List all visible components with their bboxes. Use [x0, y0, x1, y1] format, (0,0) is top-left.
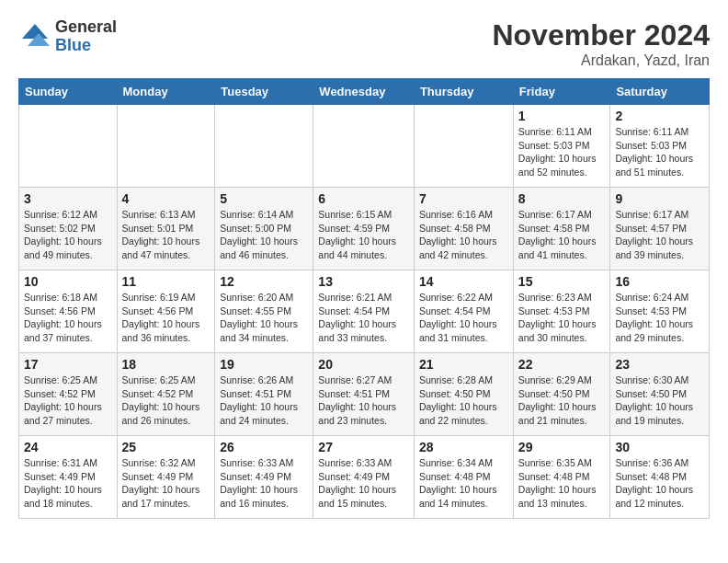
calendar-day-cell: 8Sunrise: 6:17 AMSunset: 4:58 PMDaylight…	[513, 188, 610, 270]
day-info: Sunrise: 6:34 AMSunset: 4:48 PMDaylight:…	[419, 456, 508, 511]
logo-general: General	[55, 18, 117, 37]
weekday-header: Monday	[117, 79, 215, 105]
calendar-day-cell: 26Sunrise: 6:33 AMSunset: 4:49 PMDayligh…	[215, 436, 313, 519]
calendar-day-cell: 10Sunrise: 6:18 AMSunset: 4:56 PMDayligh…	[19, 270, 118, 353]
calendar-day-cell	[117, 105, 215, 188]
weekday-header: Friday	[513, 79, 610, 105]
day-info: Sunrise: 6:15 AMSunset: 4:59 PMDaylight:…	[318, 208, 409, 262]
day-number: 26	[220, 440, 308, 454]
day-info: Sunrise: 6:17 AMSunset: 4:58 PMDaylight:…	[518, 208, 606, 262]
weekday-header: Thursday	[414, 79, 513, 105]
calendar-day-cell: 9Sunrise: 6:17 AMSunset: 4:57 PMDaylight…	[610, 188, 710, 270]
day-number: 13	[318, 274, 409, 289]
day-info: Sunrise: 6:13 AMSunset: 5:01 PMDaylight:…	[122, 208, 210, 262]
day-info: Sunrise: 6:27 AMSunset: 4:51 PMDaylight:…	[318, 373, 409, 428]
day-info: Sunrise: 6:36 AMSunset: 4:48 PMDaylight:…	[615, 456, 704, 511]
calendar-day-cell: 27Sunrise: 6:33 AMSunset: 4:49 PMDayligh…	[313, 436, 415, 519]
logo-icon	[18, 20, 51, 53]
day-info: Sunrise: 6:24 AMSunset: 4:53 PMDaylight:…	[615, 291, 704, 345]
calendar-day-cell: 2Sunrise: 6:11 AMSunset: 5:03 PMDaylight…	[610, 105, 710, 188]
calendar-day-cell: 11Sunrise: 6:19 AMSunset: 4:56 PMDayligh…	[117, 270, 215, 353]
day-info: Sunrise: 6:19 AMSunset: 4:56 PMDaylight:…	[122, 291, 210, 345]
calendar-day-cell: 15Sunrise: 6:23 AMSunset: 4:53 PMDayligh…	[513, 270, 610, 353]
calendar-day-cell	[215, 105, 313, 188]
day-number: 15	[518, 274, 606, 289]
calendar-day-cell: 16Sunrise: 6:24 AMSunset: 4:53 PMDayligh…	[610, 270, 710, 353]
day-info: Sunrise: 6:29 AMSunset: 4:50 PMDaylight:…	[518, 373, 606, 428]
day-info: Sunrise: 6:20 AMSunset: 4:55 PMDaylight:…	[220, 291, 308, 345]
calendar-day-cell: 12Sunrise: 6:20 AMSunset: 4:55 PMDayligh…	[215, 270, 313, 353]
day-number: 17	[24, 357, 112, 372]
day-info: Sunrise: 6:35 AMSunset: 4:48 PMDaylight:…	[518, 456, 606, 511]
calendar-week-row: 1Sunrise: 6:11 AMSunset: 5:03 PMDaylight…	[19, 105, 710, 188]
calendar-day-cell: 30Sunrise: 6:36 AMSunset: 4:48 PMDayligh…	[610, 436, 710, 519]
day-info: Sunrise: 6:26 AMSunset: 4:51 PMDaylight:…	[220, 373, 308, 428]
weekday-header: Saturday	[610, 79, 710, 105]
calendar-day-cell: 1Sunrise: 6:11 AMSunset: 5:03 PMDaylight…	[513, 105, 610, 188]
day-number: 18	[122, 357, 210, 372]
day-number: 8	[518, 191, 606, 206]
calendar-day-cell: 24Sunrise: 6:31 AMSunset: 4:49 PMDayligh…	[19, 436, 118, 519]
day-info: Sunrise: 6:32 AMSunset: 4:49 PMDaylight:…	[122, 456, 210, 511]
day-number: 12	[220, 274, 308, 289]
day-info: Sunrise: 6:21 AMSunset: 4:54 PMDaylight:…	[318, 291, 409, 345]
calendar-week-row: 17Sunrise: 6:25 AMSunset: 4:52 PMDayligh…	[19, 353, 710, 436]
calendar-day-cell: 14Sunrise: 6:22 AMSunset: 4:54 PMDayligh…	[414, 270, 513, 353]
calendar-day-cell: 22Sunrise: 6:29 AMSunset: 4:50 PMDayligh…	[513, 353, 610, 436]
month-title: November 2024	[492, 18, 710, 52]
day-number: 24	[24, 440, 112, 454]
day-info: Sunrise: 6:11 AMSunset: 5:03 PMDaylight:…	[615, 125, 704, 179]
day-number: 3	[24, 191, 112, 206]
weekday-header: Wednesday	[313, 79, 415, 105]
logo: General Blue	[18, 18, 117, 55]
day-info: Sunrise: 6:28 AMSunset: 4:50 PMDaylight:…	[419, 373, 508, 428]
day-info: Sunrise: 6:25 AMSunset: 4:52 PMDaylight:…	[122, 373, 210, 428]
calendar-week-row: 10Sunrise: 6:18 AMSunset: 4:56 PMDayligh…	[19, 270, 710, 353]
calendar-week-row: 3Sunrise: 6:12 AMSunset: 5:02 PMDaylight…	[19, 188, 710, 270]
calendar-day-cell	[313, 105, 415, 188]
day-number: 30	[615, 440, 704, 454]
calendar-day-cell: 3Sunrise: 6:12 AMSunset: 5:02 PMDaylight…	[19, 188, 118, 270]
day-number: 27	[318, 440, 409, 454]
weekday-header: Sunday	[19, 79, 118, 105]
calendar-day-cell	[19, 105, 118, 188]
location: Ardakan, Yazd, Iran	[492, 52, 710, 69]
title-block: November 2024 Ardakan, Yazd, Iran	[492, 18, 710, 69]
day-info: Sunrise: 6:16 AMSunset: 4:58 PMDaylight:…	[419, 208, 508, 262]
day-number: 19	[220, 357, 308, 372]
day-info: Sunrise: 6:30 AMSunset: 4:50 PMDaylight:…	[615, 373, 704, 428]
day-number: 2	[615, 109, 704, 123]
day-info: Sunrise: 6:17 AMSunset: 4:57 PMDaylight:…	[615, 208, 704, 262]
day-number: 9	[615, 191, 704, 206]
day-number: 14	[419, 274, 508, 289]
calendar-day-cell: 6Sunrise: 6:15 AMSunset: 4:59 PMDaylight…	[313, 188, 415, 270]
calendar-day-cell: 18Sunrise: 6:25 AMSunset: 4:52 PMDayligh…	[117, 353, 215, 436]
day-info: Sunrise: 6:12 AMSunset: 5:02 PMDaylight:…	[24, 208, 112, 262]
day-number: 4	[122, 191, 210, 206]
day-info: Sunrise: 6:23 AMSunset: 4:53 PMDaylight:…	[518, 291, 606, 345]
day-info: Sunrise: 6:25 AMSunset: 4:52 PMDaylight:…	[24, 373, 112, 428]
calendar-day-cell: 25Sunrise: 6:32 AMSunset: 4:49 PMDayligh…	[117, 436, 215, 519]
day-info: Sunrise: 6:31 AMSunset: 4:49 PMDaylight:…	[24, 456, 112, 511]
day-info: Sunrise: 6:11 AMSunset: 5:03 PMDaylight:…	[518, 125, 606, 179]
day-info: Sunrise: 6:33 AMSunset: 4:49 PMDaylight:…	[220, 456, 308, 511]
page-header: General Blue November 2024 Ardakan, Yazd…	[18, 18, 710, 69]
day-info: Sunrise: 6:33 AMSunset: 4:49 PMDaylight:…	[318, 456, 409, 511]
calendar-day-cell: 20Sunrise: 6:27 AMSunset: 4:51 PMDayligh…	[313, 353, 415, 436]
day-number: 21	[419, 357, 508, 372]
day-number: 10	[24, 274, 112, 289]
day-number: 1	[518, 109, 606, 123]
day-number: 7	[419, 191, 508, 206]
calendar-day-cell: 17Sunrise: 6:25 AMSunset: 4:52 PMDayligh…	[19, 353, 118, 436]
day-number: 28	[419, 440, 508, 454]
day-info: Sunrise: 6:14 AMSunset: 5:00 PMDaylight:…	[220, 208, 308, 262]
calendar-day-cell: 19Sunrise: 6:26 AMSunset: 4:51 PMDayligh…	[215, 353, 313, 436]
calendar-day-cell: 23Sunrise: 6:30 AMSunset: 4:50 PMDayligh…	[610, 353, 710, 436]
day-info: Sunrise: 6:22 AMSunset: 4:54 PMDaylight:…	[419, 291, 508, 345]
day-number: 29	[518, 440, 606, 454]
calendar-day-cell: 5Sunrise: 6:14 AMSunset: 5:00 PMDaylight…	[215, 188, 313, 270]
logo-text: General Blue	[55, 18, 117, 55]
calendar-day-cell	[414, 105, 513, 188]
calendar-day-cell: 28Sunrise: 6:34 AMSunset: 4:48 PMDayligh…	[414, 436, 513, 519]
day-number: 5	[220, 191, 308, 206]
